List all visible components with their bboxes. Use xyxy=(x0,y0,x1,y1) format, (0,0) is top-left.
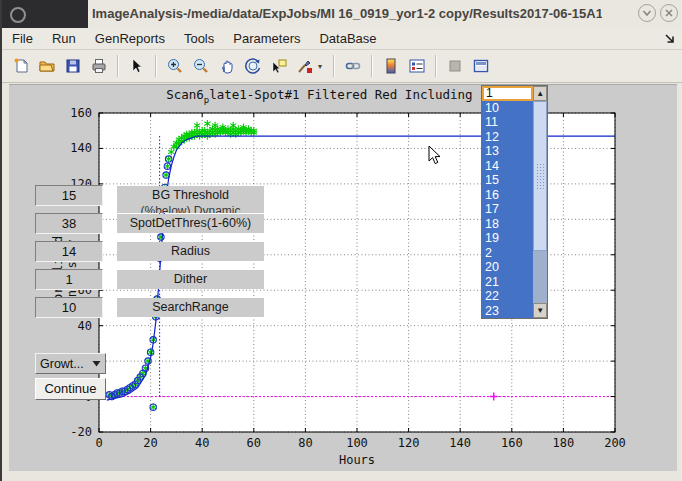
listbox-item[interactable]: 11 xyxy=(482,115,533,129)
param-input-2[interactable]: 14 xyxy=(35,241,103,262)
x-axis-label: Hours xyxy=(99,453,615,467)
scrollbar-thumb[interactable] xyxy=(533,101,547,251)
open-folder-icon[interactable] xyxy=(34,53,60,79)
menu-bar: File Run GenReports Tools Parameters Dat… xyxy=(2,28,682,50)
x-tick-label: 80 xyxy=(298,436,312,450)
print-icon[interactable] xyxy=(86,53,112,79)
listbox-item[interactable]: 2 xyxy=(482,246,533,260)
title-bar: ImageAnalysis-/media/data/ExpJobs/MI 16_… xyxy=(2,0,682,29)
scrollbar-track[interactable] xyxy=(533,251,547,303)
spot-selector-listbox: 1 10111213141516171819220212223 ▲ ▼ xyxy=(481,85,548,319)
x-tick-label: 60 xyxy=(247,436,261,450)
x-tick-label: 0 xyxy=(95,436,102,450)
param-input-0[interactable]: 15 xyxy=(35,185,103,206)
plot-axes: 020406080100120140160180200-200204060801… xyxy=(9,85,677,471)
toolbar-separator xyxy=(155,55,157,77)
pan-hand-icon[interactable] xyxy=(214,53,240,79)
x-tick-label: 120 xyxy=(398,436,420,450)
brush-caret-icon[interactable]: ▾ xyxy=(318,53,328,79)
window-menu-icon[interactable] xyxy=(10,7,26,23)
menu-tools[interactable]: Tools xyxy=(184,31,214,46)
figure-toolbar: ▾ xyxy=(2,50,682,83)
figure-panel: 020406080100120140160180200-200204060801… xyxy=(9,84,677,471)
listbox-item[interactable]: 18 xyxy=(482,217,533,231)
listbox-item[interactable]: 12 xyxy=(482,130,533,144)
colorbar-icon[interactable] xyxy=(378,53,404,79)
zoom-out-icon[interactable] xyxy=(188,53,214,79)
link-plots-icon[interactable] xyxy=(340,53,366,79)
close-icon xyxy=(664,8,674,18)
listbox-item[interactable]: 21 xyxy=(482,275,533,289)
param-label-4: SearchRange xyxy=(117,298,264,317)
rotate-3d-icon[interactable] xyxy=(240,53,266,79)
param-label-3: Dither xyxy=(117,270,264,289)
x-tick-label: 180 xyxy=(553,436,575,450)
growth-mode-label: Growt... xyxy=(40,357,84,371)
y-tick-label: -20 xyxy=(70,425,92,439)
titlebar-dark-segment xyxy=(2,0,88,28)
dropdown-arrow-icon xyxy=(92,360,101,367)
menu-file[interactable]: File xyxy=(12,31,33,46)
listbox-item[interactable]: 19 xyxy=(482,231,533,245)
listbox-scrollbar: ▲ ▼ xyxy=(533,86,547,318)
dock-window-icon[interactable] xyxy=(468,53,494,79)
listbox-item[interactable]: 17 xyxy=(482,202,533,216)
listbox-item[interactable]: 15 xyxy=(482,173,533,187)
pointer-icon[interactable] xyxy=(124,53,150,79)
scroll-up-button[interactable]: ▲ xyxy=(533,86,547,101)
close-window-button[interactable] xyxy=(660,4,678,22)
x-tick-label: 160 xyxy=(501,436,523,450)
scrollbar-grip xyxy=(536,163,545,189)
param-label-0: BG Threshold xyxy=(117,186,264,205)
zoom-in-icon[interactable] xyxy=(162,53,188,79)
listbox-item[interactable]: 16 xyxy=(482,188,533,202)
x-tick-label: 100 xyxy=(346,436,368,450)
mouse-cursor-icon xyxy=(428,145,442,165)
x-tick-label: 200 xyxy=(604,436,626,450)
plot-title-text: Scan6 xyxy=(166,87,204,102)
menu-run[interactable]: Run xyxy=(52,31,76,46)
dock-figure-arrow-icon[interactable] xyxy=(664,33,676,45)
param-label-1: SpotDetThres(1-60%) xyxy=(117,214,264,233)
toolbar-separator xyxy=(435,55,437,77)
chevron-down-icon xyxy=(642,8,652,18)
listbox-item[interactable]: 13 xyxy=(482,144,533,158)
listbox-items: 1 10111213141516171819220212223 xyxy=(482,86,533,318)
app-window: { "window": { "title": "ImageAnalysis-/m… xyxy=(0,0,682,481)
listbox-item[interactable]: 20 xyxy=(482,260,533,274)
param-input-3[interactable]: 1 xyxy=(35,269,103,290)
save-icon[interactable] xyxy=(60,53,86,79)
data-cursor-icon[interactable] xyxy=(266,53,292,79)
continue-button[interactable]: Continue xyxy=(35,378,106,400)
listbox-item[interactable]: 22 xyxy=(482,289,533,303)
listbox-selected-item[interactable]: 1 xyxy=(482,86,533,101)
listbox-item[interactable]: 23 xyxy=(482,304,533,318)
x-tick-label: 20 xyxy=(143,436,157,450)
x-tick-label: 40 xyxy=(195,436,209,450)
menu-parameters[interactable]: Parameters xyxy=(233,31,300,46)
menu-database[interactable]: DataBase xyxy=(319,31,376,46)
new-file-icon[interactable] xyxy=(8,53,34,79)
toolbar-separator xyxy=(371,55,373,77)
plottools-disabled-icon xyxy=(442,53,468,79)
param-label-0-line2: (%below) Dynamic xyxy=(117,205,264,213)
param-input-4[interactable]: 10 xyxy=(35,297,103,318)
listbox-item[interactable]: 10 xyxy=(482,101,533,115)
toolbar-separator xyxy=(333,55,335,77)
listbox-item[interactable]: 14 xyxy=(482,159,533,173)
x-tick-label: 140 xyxy=(449,436,471,450)
brush-icon[interactable] xyxy=(292,53,318,79)
toolbar-separator xyxy=(117,55,119,77)
param-input-1[interactable]: 38 xyxy=(35,213,103,234)
param-label-2: Radius xyxy=(117,242,264,261)
y-tick-label: 140 xyxy=(70,141,92,155)
y-tick-label: 160 xyxy=(70,106,92,120)
legend-icon[interactable] xyxy=(404,53,430,79)
window-title: ImageAnalysis-/media/data/ExpJobs/MI 16_… xyxy=(92,0,602,28)
scroll-down-button[interactable]: ▼ xyxy=(533,303,547,318)
growth-mode-dropdown[interactable]: Growt... xyxy=(35,353,106,374)
menu-genreports[interactable]: GenReports xyxy=(95,31,165,46)
shade-window-button[interactable] xyxy=(638,4,656,22)
